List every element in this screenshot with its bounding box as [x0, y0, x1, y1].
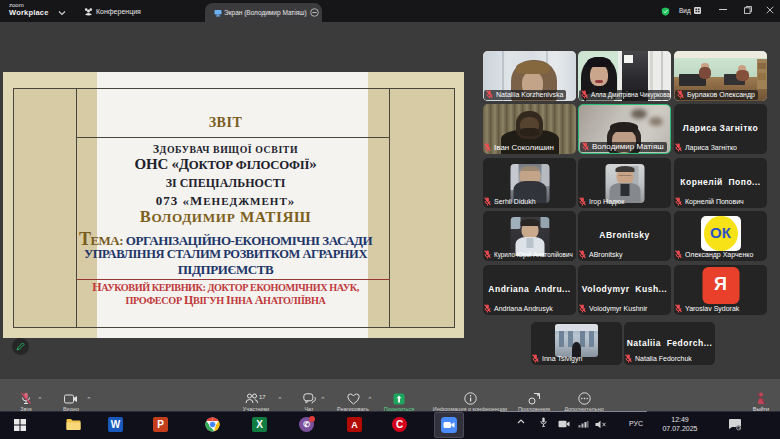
svg-text:17: 17: [259, 394, 266, 400]
